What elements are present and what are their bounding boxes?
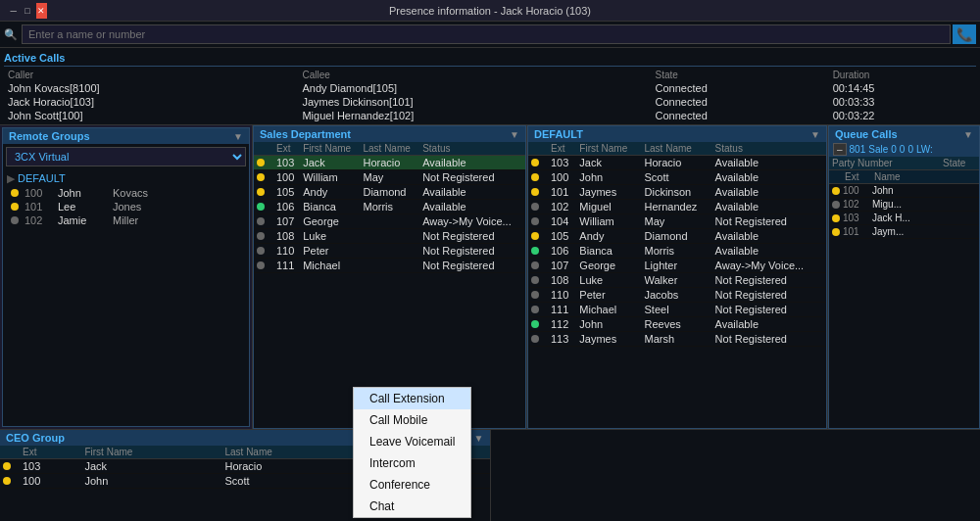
remote-groups-arrow[interactable]: ▼ bbox=[233, 131, 243, 142]
first-cell: John bbox=[576, 317, 641, 332]
table-row[interactable]: 108 Luke Walker Not Registered bbox=[528, 273, 826, 288]
status-cell: Not Registered bbox=[712, 214, 826, 229]
table-row[interactable]: 100 John Scott Available bbox=[528, 170, 826, 185]
table-row[interactable]: 105 Andy Diamond Available bbox=[528, 229, 826, 244]
active-calls-header: Active Calls bbox=[4, 50, 976, 67]
context-menu-item[interactable]: Chat bbox=[354, 496, 470, 517]
queue-minus-btn[interactable]: – bbox=[833, 143, 847, 156]
table-row[interactable]: 107 George Away->My Voice... bbox=[254, 214, 525, 229]
table-row[interactable]: 110 Peter Jacobs Not Registered bbox=[528, 288, 826, 303]
status-dot-cell bbox=[528, 303, 548, 317]
status-dot bbox=[531, 335, 539, 343]
status-dot-cell bbox=[528, 273, 548, 288]
ext-first: John bbox=[58, 187, 107, 199]
ext-cell: 110 bbox=[273, 244, 300, 259]
list-item[interactable]: 102 Migu... bbox=[829, 198, 979, 212]
ceo-first-col: First Name bbox=[81, 446, 221, 459]
queue-name-col: Name bbox=[872, 170, 979, 183]
ext-num: 101 bbox=[24, 201, 52, 213]
table-row[interactable]: 106 Bianca Morris Available bbox=[254, 200, 525, 214]
list-item[interactable]: 101 Lee Jones bbox=[7, 200, 245, 213]
ext-cell: 103 bbox=[273, 156, 300, 170]
status-dot bbox=[257, 203, 265, 211]
last-cell: Scott bbox=[642, 170, 712, 185]
table-row[interactable]: 112 John Reeves Available bbox=[528, 317, 826, 332]
table-row[interactable]: 111 Michael Steel Not Registered bbox=[528, 303, 826, 317]
context-menu-item[interactable]: Call Extension bbox=[354, 388, 470, 409]
ext-cell: 107 bbox=[548, 259, 576, 273]
list-item[interactable]: 102 Jamie Miller bbox=[7, 213, 245, 227]
context-menu-item[interactable]: Call Mobile bbox=[354, 409, 470, 431]
first-cell: Peter bbox=[300, 244, 360, 259]
sales-status-col bbox=[254, 142, 273, 156]
status-dot bbox=[531, 173, 539, 181]
queue-count-0: 0 bbox=[891, 144, 897, 155]
first-cell: Jack bbox=[81, 459, 221, 474]
callee-cell: Andy Diamond[105] bbox=[298, 81, 651, 95]
table-row[interactable]: 103 Jack Horacio Available bbox=[528, 156, 826, 170]
default-arrow[interactable]: ▼ bbox=[810, 129, 820, 140]
list-item[interactable]: 100 John bbox=[829, 184, 979, 198]
context-menu-item[interactable]: Leave Voicemail bbox=[354, 431, 470, 452]
status-dot-cell bbox=[528, 214, 548, 229]
status-cell: Not Registered bbox=[419, 170, 525, 185]
sales-arrow[interactable]: ▼ bbox=[510, 129, 519, 140]
list-item[interactable]: 103 Jack H... bbox=[829, 212, 979, 225]
sales-table: Ext First Name Last Name Status 103 Jack… bbox=[254, 142, 525, 273]
table-row[interactable]: 104 William May Not Registered bbox=[528, 214, 826, 229]
queue-header: Queue Calls ▼ bbox=[829, 126, 979, 142]
ceo-status-col bbox=[0, 446, 20, 459]
ext-cell: 108 bbox=[273, 229, 300, 244]
table-row[interactable]: 111 Michael Not Registered bbox=[254, 259, 525, 273]
group-dropdown[interactable]: 3CX Virtual bbox=[6, 147, 246, 166]
bottom-spacer bbox=[491, 430, 981, 521]
last-cell: Reeves bbox=[642, 317, 712, 332]
party-number-col-header: Party Number bbox=[829, 157, 940, 169]
table-row[interactable]: 105 Andy Diamond Available bbox=[254, 185, 525, 200]
status-dot bbox=[11, 216, 19, 224]
status-dot bbox=[832, 214, 840, 222]
ext-num: 100 bbox=[24, 187, 52, 199]
default-section: DEFAULT ▼ Ext First Name Last Name Statu… bbox=[527, 125, 827, 429]
maximize-button[interactable]: □ bbox=[22, 3, 32, 19]
minimize-button[interactable]: ─ bbox=[8, 3, 19, 19]
context-menu-item[interactable]: Intercom bbox=[354, 452, 470, 474]
list-item[interactable]: 101 Jaym... bbox=[829, 225, 979, 239]
status-dot-cell bbox=[528, 317, 548, 332]
table-row[interactable]: 106 Bianca Morris Available bbox=[528, 244, 826, 259]
phone-button[interactable]: 📞 bbox=[953, 24, 976, 44]
status-dot bbox=[531, 203, 539, 211]
table-row[interactable]: 107 George Lighter Away->My Voice... bbox=[528, 259, 826, 273]
ext-cell: 106 bbox=[273, 200, 300, 214]
table-row[interactable]: 103 Jack Horacio Available bbox=[254, 156, 525, 170]
close-button[interactable]: ✕ bbox=[36, 3, 47, 19]
active-call-row[interactable]: John Kovacs[8100] Andy Diamond[105] Conn… bbox=[4, 81, 976, 95]
active-call-row[interactable]: Jack Horacio[103] Jaymes Dickinson[101] … bbox=[4, 95, 976, 109]
default-status-col bbox=[528, 142, 548, 156]
table-row[interactable]: 113 Jaymes Marsh Not Registered bbox=[528, 332, 826, 347]
status-dot bbox=[531, 261, 539, 269]
queue-arrow[interactable]: ▼ bbox=[963, 129, 973, 140]
status-dot bbox=[531, 159, 539, 166]
ext-cell: 107 bbox=[273, 214, 300, 229]
status-dot bbox=[832, 228, 840, 236]
queue-id: 801 bbox=[850, 144, 866, 155]
status-dot bbox=[531, 276, 539, 284]
table-row[interactable]: 101 Jaymes Dickinson Available bbox=[528, 185, 826, 200]
ext-cell: 112 bbox=[548, 317, 576, 332]
table-row[interactable]: 100 William May Not Registered bbox=[254, 170, 525, 185]
status-dot-cell bbox=[528, 259, 548, 273]
ceo-arrow[interactable]: ▼ bbox=[474, 433, 484, 444]
table-row[interactable]: 108 Luke Not Registered bbox=[254, 229, 525, 244]
default-first-col: First Name bbox=[576, 142, 641, 156]
status-dot bbox=[531, 217, 539, 225]
table-row[interactable]: 102 Miguel Hernandez Available bbox=[528, 200, 826, 214]
status-dot-cell bbox=[0, 459, 20, 474]
ext-cell: 100 bbox=[548, 170, 576, 185]
table-row[interactable]: 110 Peter Not Registered bbox=[254, 244, 525, 259]
bottom-area: CEO Group ▼ Ext First Name Last Name Sta… bbox=[0, 429, 980, 521]
active-call-row[interactable]: John Scott[100] Miguel Hernandez[102] Co… bbox=[4, 109, 976, 122]
context-menu-item[interactable]: Conference bbox=[354, 474, 470, 496]
list-item[interactable]: 100 John Kovacs bbox=[7, 186, 245, 200]
search-input[interactable] bbox=[22, 24, 951, 44]
